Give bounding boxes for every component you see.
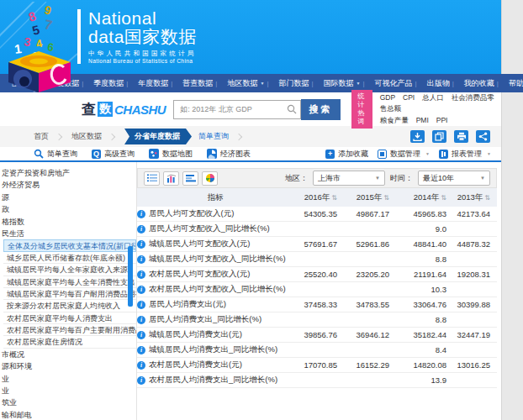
info-icon[interactable]: i: [137, 210, 145, 218]
sidebar-item[interactable]: 源: [0, 192, 136, 203]
hot-word-link[interactable]: 总人口: [422, 93, 444, 102]
info-icon[interactable]: i: [137, 346, 145, 354]
info-icon[interactable]: i: [137, 286, 145, 294]
column-header-indicator[interactable]: 指标: [137, 192, 293, 203]
tool-label: 数据地图: [162, 149, 193, 160]
value-2016: 54305.35: [293, 209, 344, 218]
sidebar-item[interactable]: 农村居民家庭平均每人消费支出: [3, 312, 136, 324]
add-icon: +: [325, 150, 335, 159]
copy-icon[interactable]: [432, 130, 446, 143]
indicator-name: 城镇居民人均消费支出_同比增长(%): [149, 344, 277, 355]
sidebar-item[interactable]: 业: [0, 373, 136, 385]
region-select[interactable]: 上海市 ▼: [313, 171, 385, 186]
nav-item[interactable]: 国际数据 ▼ |: [319, 78, 370, 89]
table-row: i 城镇居民人均消费支出_同比增长(%) 8.4: [137, 343, 497, 358]
search-input[interactable]: [173, 100, 301, 119]
nav-item-label: 国际数据: [324, 78, 354, 89]
table-row: i 居民人均可支配收入(元) 54305.35 49867.17 45965.8…: [137, 207, 497, 222]
sidebar-item[interactable]: 城镇居民家庭平均每百户耐用消费品拥有量: [3, 288, 136, 300]
hot-word-link[interactable]: 粮食产量: [380, 116, 409, 124]
share-icon[interactable]: [476, 130, 490, 143]
hot-word-link[interactable]: PPI: [436, 116, 448, 124]
sidebar-item[interactable]: 源和环境: [0, 360, 136, 372]
tool-label: 添加收藏: [338, 149, 368, 160]
info-icon[interactable]: i: [137, 255, 145, 264]
page-actions: [410, 130, 490, 143]
nav-separator: |: [415, 80, 417, 87]
sidebar-item[interactable]: 定资产投资和房地产: [0, 167, 136, 179]
nav-item[interactable]: 部门数据 |: [273, 78, 318, 89]
hot-words-row2: 粮食产量PMIPPI: [380, 115, 501, 126]
logo-title-cn: data国家数据: [88, 28, 197, 46]
info-icon[interactable]: i: [137, 301, 145, 309]
time-select-value: 最近10年: [423, 173, 454, 184]
sidebar-item[interactable]: 输和邮电: [0, 409, 136, 420]
sidebar-item[interactable]: 市概况: [0, 349, 136, 360]
info-icon[interactable]: i: [137, 376, 145, 385]
nav-item[interactable]: 季度数据 |: [88, 78, 133, 89]
breadcrumb-home[interactable]: 首页: [34, 131, 49, 142]
column-header-2016[interactable]: 2016年⇅: [293, 192, 344, 203]
nav-item[interactable]: 我的收藏 |: [459, 78, 504, 89]
breadcrumb-region-data[interactable]: 地区数据: [71, 131, 102, 142]
bar-condition-view-icon[interactable]: [182, 171, 198, 186]
sidebar-item[interactable]: 城镇居民家庭平均每人全年消费性支出: [3, 276, 136, 288]
sidebar-item[interactable]: 全体及分城乡居民收支基本情况(新口径): [3, 239, 136, 251]
tab-advanced-query[interactable]: Q 高级查询: [92, 149, 135, 160]
print-icon[interactable]: [454, 130, 468, 143]
breadcrumb-active-item[interactable]: 分省年度数据: [124, 129, 192, 144]
sidebar-item[interactable]: 民生活: [0, 228, 136, 239]
info-icon[interactable]: i: [137, 270, 145, 279]
info-icon[interactable]: i: [137, 361, 145, 370]
add-favorite-button[interactable]: + 添加收藏: [325, 149, 368, 160]
hot-word-link[interactable]: CPI: [403, 93, 415, 102]
time-select[interactable]: 最近10年 ▼: [418, 171, 490, 186]
report-manage-menu[interactable]: 报表管理 ▼: [439, 149, 491, 160]
info-icon[interactable]: i: [137, 240, 145, 249]
sidebar-list: 定资产投资和房地产 外经济贸易 源 政 格指数: [0, 167, 136, 420]
column-header-2015[interactable]: 2015年⇅: [344, 192, 396, 203]
column-header-2014[interactable]: 2014年⇅: [396, 192, 453, 203]
search-box: [173, 100, 301, 119]
hot-words-badge[interactable]: 统计 热词: [351, 90, 372, 129]
sidebar-item[interactable]: 按来源分农村居民家庭人均纯收入: [3, 300, 136, 312]
data-manage-menu[interactable]: 数据管理 ▼: [378, 149, 430, 160]
nav-item[interactable]: 可视化产品 |: [370, 78, 422, 89]
hot-word-link[interactable]: PMI: [416, 116, 429, 124]
info-icon[interactable]: i: [137, 316, 145, 324]
sidebar-item[interactable]: 农村居民家庭住房情况: [3, 336, 136, 348]
nav-item[interactable]: 出版物 |: [422, 78, 459, 89]
svg-text:3: 3: [23, 34, 32, 49]
sidebar-scrollbar-thumb[interactable]: [128, 246, 133, 307]
breadcrumb-current-query[interactable]: 简单查询: [198, 131, 229, 142]
value-2016: 39856.76: [293, 330, 344, 339]
sidebar-item[interactable]: 外经济贸易: [0, 179, 136, 191]
sidebar-item[interactable]: 城乡居民人民币储蓄存款(年底余额): [3, 252, 136, 264]
nav-item-label: 年度数据: [138, 78, 168, 89]
nav-item[interactable]: 帮助 |: [504, 78, 523, 89]
sidebar-item[interactable]: 农村居民家庭平均每百户主要耐用消费品拥有量: [3, 324, 136, 336]
nav-item[interactable]: 地区数据 ▼ |: [222, 78, 273, 89]
nav-item[interactable]: 年度数据 |: [133, 78, 177, 89]
tab-data-map[interactable]: 数据地图: [149, 149, 193, 160]
download-icon[interactable]: [410, 130, 425, 143]
tab-simple-query[interactable]: 简单查询: [34, 149, 77, 160]
search-button[interactable]: 搜索: [301, 99, 341, 120]
sidebar-item-label: 按来源分农村居民家庭人均纯收入: [7, 302, 120, 310]
sidebar-item[interactable]: 格指数: [0, 216, 136, 228]
sidebar-item-label: 业: [2, 386, 9, 395]
sidebar-item[interactable]: 城镇居民平均每人全年家庭收入来源: [3, 264, 136, 276]
nav-item[interactable]: 普查数据 |: [177, 78, 222, 89]
info-icon[interactable]: i: [137, 331, 145, 339]
bureau-name-en: National Bureau of Statistics of China: [88, 58, 197, 64]
list-view-icon[interactable]: [144, 171, 160, 186]
info-icon[interactable]: i: [137, 225, 145, 234]
sidebar-item[interactable]: 筑业: [0, 396, 136, 408]
hot-word-link[interactable]: GDP: [380, 93, 395, 102]
sidebar-item[interactable]: 业: [0, 385, 136, 396]
bar-chart-view-icon[interactable]: [163, 171, 179, 186]
pie-chart-view-icon[interactable]: [202, 171, 218, 186]
tab-economic-chart[interactable]: 经济图表: [207, 149, 251, 160]
sidebar-item[interactable]: 政: [0, 203, 136, 215]
column-header-2013[interactable]: 2013年⇅: [453, 192, 497, 203]
